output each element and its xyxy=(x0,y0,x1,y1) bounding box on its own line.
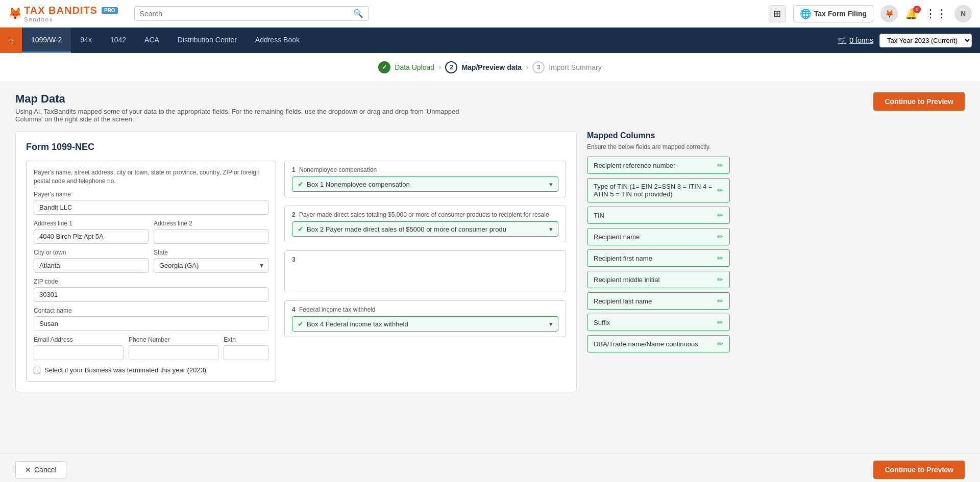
nav-item-distribution-center[interactable]: Distribution Center xyxy=(168,28,246,53)
step-2-label: Map/Preview data xyxy=(461,63,522,71)
payer-left: Payer's name, street address, city or to… xyxy=(26,161,276,382)
nav-item-1099w2[interactable]: 1099/W-2 xyxy=(22,28,71,53)
search-input[interactable] xyxy=(140,10,353,18)
page-title: Map Data xyxy=(15,92,475,106)
email-field: Email Address xyxy=(34,336,124,360)
cancel-x-icon: ✕ xyxy=(25,466,31,474)
home-nav-button[interactable]: ⌂ xyxy=(0,28,22,53)
user-avatar[interactable]: N xyxy=(954,5,972,22)
nav-item-94x[interactable]: 94x xyxy=(71,28,101,53)
search-icon[interactable]: 🔍 xyxy=(353,9,363,18)
box-2-arrow-icon: ▾ xyxy=(549,225,553,233)
mapped-columns-list: Recipient reference number ✏ Type of TIN… xyxy=(587,157,730,357)
box-3-section: 3 xyxy=(284,250,566,292)
map-data-text: Map Data Using AI, TaxBandits mapped som… xyxy=(15,92,475,123)
address-line1-label: Address line 1 xyxy=(34,220,149,227)
mapped-item-4: Recipient first name ✏ xyxy=(587,249,730,267)
mapped-item-7-edit-icon[interactable]: ✏ xyxy=(717,318,723,326)
continue-preview-button-bottom[interactable]: Continue to Preview xyxy=(873,461,965,479)
logo-sub: Sandbox xyxy=(24,16,118,22)
box-1-dropdown[interactable]: ✔ Box 1 Nonemployee compensation ▾ xyxy=(292,176,558,192)
mapped-item-2: TIN ✏ xyxy=(587,207,730,224)
year-select[interactable]: Tax Year 2023 (Current) xyxy=(879,34,972,47)
address-line1-input[interactable] xyxy=(34,229,149,244)
box-2-value: Box 2 Payer made direct sales of $5000 o… xyxy=(307,225,549,233)
payer-name-label: Payer's name xyxy=(34,191,268,198)
state-select-wrapper: Georgia (GA) xyxy=(154,258,268,273)
content-row: Form 1099-NEC Payer's name, street addre… xyxy=(15,131,965,392)
state-select[interactable]: Georgia (GA) xyxy=(154,258,268,273)
mapped-item-8-edit-icon[interactable]: ✏ xyxy=(717,340,723,348)
nav-item-aca[interactable]: ACA xyxy=(135,28,168,53)
mapped-item-0: Recipient reference number ✏ xyxy=(587,157,730,174)
mapped-columns-panel: Mapped Columns Ensure the below fields a… xyxy=(587,131,730,357)
nav-item-address-book[interactable]: Address Book xyxy=(246,28,309,53)
apps-icon[interactable]: ⋮⋮ xyxy=(925,7,947,20)
mapped-item-7-label: Suffix xyxy=(594,319,610,326)
header-right: ⊞ 🌐 Tax Form Filing 🦊 🔔 0 ⋮⋮ N xyxy=(769,5,972,22)
mapped-item-3: Recipient name ✏ xyxy=(587,228,730,245)
grid-button[interactable]: ⊞ xyxy=(769,5,786,22)
phone-field: Phone Number xyxy=(129,336,218,360)
contact-label: Contact name xyxy=(34,307,268,314)
step-1-circle: ✓ xyxy=(378,61,390,73)
phone-input[interactable] xyxy=(129,345,218,360)
box-4-dropdown[interactable]: ✔ Box 4 Federal income tax withheld ▾ xyxy=(292,316,558,332)
zip-label: ZIP code xyxy=(34,278,268,285)
email-input[interactable] xyxy=(34,345,124,360)
box-2-dropdown[interactable]: ✔ Box 2 Payer made direct sales of $5000… xyxy=(292,221,558,237)
mapped-item-1-label: Type of TIN (1= EIN 2=SSN 3 = ITIN 4 = A… xyxy=(594,183,717,198)
logo-icon: 🦊 xyxy=(8,7,22,20)
city-input[interactable] xyxy=(34,258,149,273)
notification-icon[interactable]: 🔔 0 xyxy=(905,8,918,20)
search-bar[interactable]: 🔍 xyxy=(134,6,369,21)
cancel-button[interactable]: ✕ Cancel xyxy=(15,461,66,478)
nav-item-1042[interactable]: 1042 xyxy=(101,28,135,53)
city-state-row: City or town State Georgia (GA) xyxy=(34,249,268,273)
address-row: Address line 1 Address line 2 xyxy=(34,220,268,244)
mapped-item-5: Recipient middle initial ✏ xyxy=(587,271,730,288)
payer-right: 1 Nonemployee compensation ✔ Box 1 Nonem… xyxy=(284,161,566,382)
mapped-item-1-edit-icon[interactable]: ✏ xyxy=(717,186,723,194)
box-1-value: Box 1 Nonemployee compensation xyxy=(307,181,549,188)
business-terminated-checkbox[interactable] xyxy=(34,367,40,373)
form-title: Form 1099-NEC xyxy=(26,142,566,153)
mapped-item-3-edit-icon[interactable]: ✏ xyxy=(717,233,723,241)
profile-avatar-left[interactable]: 🦊 xyxy=(880,5,898,22)
box-1-check-icon: ✔ xyxy=(298,180,304,188)
zip-input[interactable] xyxy=(34,287,268,302)
address-line2-input[interactable] xyxy=(154,229,268,244)
mapped-item-4-label: Recipient first name xyxy=(594,255,652,262)
mapped-item-4-edit-icon[interactable]: ✏ xyxy=(717,254,723,262)
logo-text-group: TAX BANDITS PRO Sandbox xyxy=(24,5,118,22)
mapped-item-5-label: Recipient middle initial xyxy=(594,276,659,284)
cart-label: 0 forms xyxy=(849,36,873,44)
box-4-value: Box 4 Federal income tax withheld xyxy=(307,320,549,328)
mapped-item-0-edit-icon[interactable]: ✏ xyxy=(717,161,723,169)
breadcrumb-step-3: 3 Import Summary xyxy=(532,61,601,73)
breadcrumb-arrow-1: › xyxy=(438,63,441,72)
continue-preview-button-top[interactable]: Continue to Preview xyxy=(873,92,965,111)
contact-input[interactable] xyxy=(34,316,268,331)
mapped-item-2-edit-icon[interactable]: ✏ xyxy=(717,211,723,219)
breadcrumb-step-2: 2 Map/Preview data xyxy=(445,61,522,73)
cart-button[interactable]: 🛒 0 forms xyxy=(838,36,873,44)
cart-icon: 🛒 xyxy=(838,36,846,44)
box-1-label: 1 Nonemployee compensation xyxy=(292,166,558,173)
payer-address-note: Payer's name, street address, city or to… xyxy=(34,168,268,186)
zip-field: ZIP code xyxy=(34,278,268,302)
contact-field: Contact name xyxy=(34,307,268,331)
payer-name-input[interactable] xyxy=(34,200,268,215)
tax-form-filing-button[interactable]: 🌐 Tax Form Filing xyxy=(793,5,873,22)
mapped-item-3-label: Recipient name xyxy=(594,233,640,241)
mapped-item-6-edit-icon[interactable]: ✏ xyxy=(717,297,723,305)
notification-badge: 0 xyxy=(913,6,921,13)
step-3-circle: 3 xyxy=(532,61,545,73)
state-label: State xyxy=(154,249,268,256)
mapped-item-5-edit-icon[interactable]: ✏ xyxy=(717,275,723,284)
email-label: Email Address xyxy=(34,336,124,343)
ext-input[interactable] xyxy=(224,345,268,360)
payer-name-field: Payer's name xyxy=(34,191,268,215)
email-phone-row: Email Address Phone Number Extn xyxy=(34,336,268,360)
top-header: 🦊 TAX BANDITS PRO Sandbox 🔍 ⊞ 🌐 Tax Form… xyxy=(0,0,980,28)
